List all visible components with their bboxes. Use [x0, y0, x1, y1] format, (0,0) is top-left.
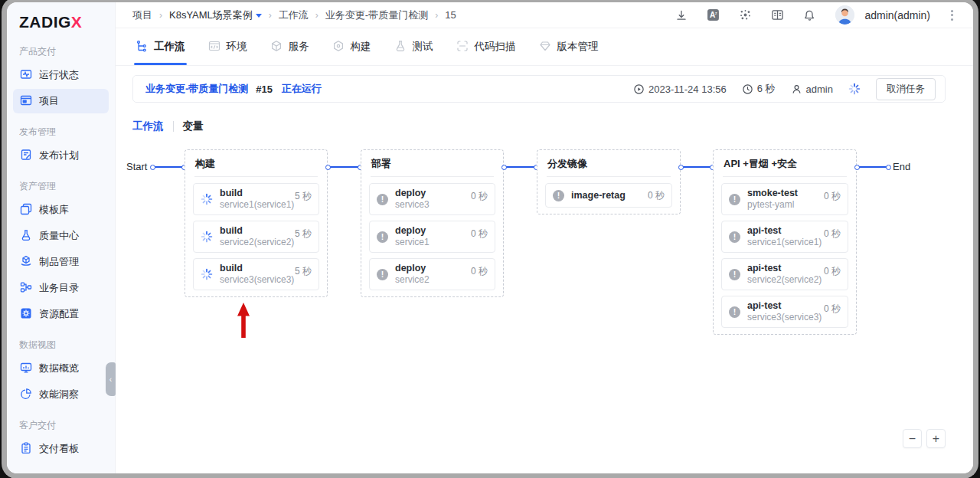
sidebar-item-run-status[interactable]: 运行状态 — [13, 63, 109, 87]
job-duration: 0 秒 — [471, 265, 488, 278]
annotation-arrow-icon — [237, 303, 250, 340]
sidebar-item-data-overview[interactable]: 数据概览 — [13, 356, 109, 381]
sidebar-item-release-plan[interactable]: 发布计划 — [13, 143, 109, 168]
translate-icon[interactable]: Az — [707, 8, 720, 21]
sidebar-section-data-views: 数据视图 — [7, 328, 115, 355]
tab-services[interactable]: 服务 — [270, 28, 309, 65]
job-card-smoke-test[interactable]: smoke-testpytest-yaml 0 秒 — [721, 183, 848, 215]
apps-dots-icon[interactable] — [739, 8, 752, 21]
breadcrumb-separator: › — [269, 10, 272, 21]
tab-environments[interactable]: 环境 — [208, 28, 247, 65]
job-card-deploy-service2[interactable]: deployservice2 0 秒 — [369, 258, 495, 290]
operator: admin — [791, 83, 833, 95]
flask-icon — [20, 229, 32, 244]
running-spinner-icon — [201, 231, 213, 243]
username[interactable]: admin(admin) — [864, 9, 930, 21]
waiting-status-icon — [377, 194, 388, 205]
notification-bell-icon[interactable] — [803, 8, 816, 21]
docs-book-icon[interactable] — [771, 8, 784, 21]
zoom-in-button[interactable]: + — [926, 429, 946, 448]
waiting-status-icon — [729, 269, 740, 280]
pipeline-start-label: Start — [126, 161, 147, 172]
version-gem-icon — [539, 40, 551, 54]
start-time: 2023-11-24 13:56 — [633, 83, 727, 95]
canvas-zoom-controls: − + — [903, 429, 946, 448]
stage-build: 构建 buildservice1(service1) 5 秒 buildserv… — [185, 149, 328, 297]
tab-version-mgmt[interactable]: 版本管理 — [539, 28, 599, 65]
sidebar-item-insight[interactable]: 效能洞察 — [13, 382, 109, 407]
view-tab-workflow[interactable]: 工作流 — [132, 120, 164, 133]
cancel-task-button[interactable]: 取消任务 — [876, 78, 936, 100]
waiting-status-icon — [729, 231, 740, 243]
logo-text: ZADIG — [19, 13, 71, 31]
sidebar-item-quality-center[interactable]: 质量中心 — [13, 224, 109, 248]
clipboard-icon — [20, 442, 32, 457]
breadcrumb-task-id[interactable]: 15 — [445, 9, 456, 21]
more-options-icon[interactable] — [949, 8, 955, 22]
breadcrumb-project-name[interactable]: K8sYAML场景案例 — [169, 8, 262, 22]
tab-workflows[interactable]: 工作流 — [136, 28, 185, 65]
sidebar-collapse-handle[interactable]: ‹ — [106, 362, 116, 396]
sidebar: ZADIGX 产品交付 运行状态 项目 发布管理 发布计划 资产管理 模板库 质… — [7, 2, 116, 473]
sidebar-item-template-library[interactable]: 模板库 — [13, 198, 109, 222]
dashboard-monitor-icon — [20, 362, 32, 376]
job-card-build-service3[interactable]: buildservice3(service3) 5 秒 — [193, 258, 319, 290]
scan-brackets-icon — [456, 40, 469, 54]
waiting-status-icon — [377, 269, 388, 280]
sidebar-item-business-catalog[interactable]: 业务目录 — [13, 276, 109, 300]
view-tab-variables[interactable]: 变量 — [183, 120, 204, 133]
connector — [328, 166, 361, 168]
pipeline-end-label: End — [893, 161, 910, 172]
sidebar-item-delivery-board[interactable]: 交付看板 — [13, 437, 109, 461]
run-id: #15 — [256, 83, 273, 95]
job-card-deploy-service3[interactable]: deployservice3 0 秒 — [369, 183, 495, 215]
breadcrumb-workflows[interactable]: 工作流 — [279, 8, 309, 22]
sidebar-item-projects[interactable]: 项目 — [13, 89, 109, 113]
job-card-api-test-service3[interactable]: api-testservice3(service3) 0 秒 — [721, 296, 848, 328]
sidebar-item-resource-config[interactable]: 资源配置 — [13, 302, 109, 326]
project-icon — [20, 94, 32, 109]
job-duration: 5 秒 — [295, 190, 312, 203]
download-icon[interactable] — [675, 9, 688, 21]
user-avatar[interactable] — [835, 5, 854, 25]
tab-builds[interactable]: 构建 — [332, 28, 371, 65]
waiting-status-icon — [729, 194, 740, 205]
tab-code-scan[interactable]: 代码扫描 — [456, 28, 516, 65]
job-duration: 0 秒 — [824, 265, 841, 278]
person-icon — [791, 83, 802, 95]
job-card-build-service2[interactable]: buildservice2(service2) 5 秒 — [193, 221, 319, 253]
topbar-actions: Az admin(admin) — [675, 5, 955, 25]
run-status: 正在运行 — [282, 82, 322, 96]
logo-accent: X — [71, 13, 83, 31]
running-spinner-icon — [201, 193, 213, 205]
topbar: 项目 › K8sYAML场景案例 › 工作流 › 业务变更-带质量门检测 › 1… — [116, 2, 973, 28]
job-card-image-retag[interactable]: image-retag 0 秒 — [545, 183, 672, 208]
waiting-status-icon — [553, 190, 564, 201]
sidebar-section-release-mgmt: 发布管理 — [7, 115, 115, 142]
job-card-api-test-service2[interactable]: api-testservice2(service2) 0 秒 — [721, 258, 848, 290]
stage-title: API +冒烟 +安全 — [714, 150, 856, 176]
stage-distribute-image: 分发镜像 image-retag 0 秒 — [537, 149, 681, 214]
sidebar-item-artifact-mgmt[interactable]: 制品管理 — [13, 250, 109, 274]
stage-title: 构建 — [185, 150, 327, 176]
running-spinner-icon — [848, 83, 861, 95]
gear-icon — [20, 307, 32, 322]
stage-deploy: 部署 deployservice3 0 秒 deployservice1 0 秒… — [361, 149, 504, 297]
job-card-api-test-service1[interactable]: api-testservice1(service1) 0 秒 — [721, 221, 848, 253]
job-card-deploy-service1[interactable]: deployservice1 0 秒 — [369, 221, 495, 253]
stage-title: 部署 — [361, 150, 503, 176]
artifact-box-icon — [20, 255, 32, 270]
connector — [681, 166, 713, 168]
zoom-out-button[interactable]: − — [903, 429, 922, 448]
breadcrumb-workflow-name[interactable]: 业务变更-带质量门检测 — [325, 8, 428, 22]
view-tabs: 工作流 变量 — [132, 120, 204, 133]
stage-title: 分发镜像 — [537, 150, 680, 176]
release-plan-icon — [20, 149, 32, 163]
template-library-icon — [20, 203, 32, 218]
tab-tests[interactable]: 测试 — [394, 28, 433, 65]
breadcrumb-projects[interactable]: 项目 — [132, 8, 152, 22]
breadcrumb-separator: › — [159, 10, 162, 21]
job-card-build-service1[interactable]: buildservice1(service1) 5 秒 — [193, 183, 319, 215]
zadig-logo[interactable]: ZADIGX — [7, 2, 115, 34]
workflow-name-link[interactable]: 业务变更-带质量门检测 — [145, 82, 248, 96]
